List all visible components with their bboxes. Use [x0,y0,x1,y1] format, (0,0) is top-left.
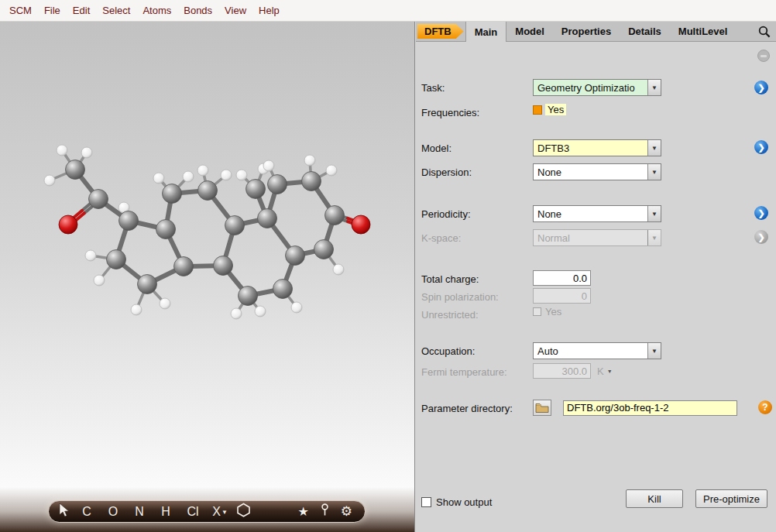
tab-details[interactable]: Details [620,22,670,41]
search-icon [758,26,771,38]
kspace-detail-button: ❯ [754,230,768,244]
occupation-dropdown-icon[interactable]: ▼ [647,343,661,359]
occupation-label: Occupation: [421,345,475,357]
frequencies-yes-label: Yes [545,104,566,115]
model-select[interactable]: DFTB3 ▼ [533,139,661,156]
tab-model[interactable]: Model [506,22,553,41]
settings-panel: DFTB Main Model Properties Details Multi… [416,22,776,532]
periodicity-row: Periodicity: None ▼ [421,204,776,223]
model-dropdown-icon[interactable]: ▼ [647,140,661,156]
kspace-label: K-space: [421,232,461,244]
total-charge-row: Total charge: [421,269,776,288]
select-tool-button[interactable] [58,503,69,520]
model-detail-button[interactable]: ❯ [754,140,768,154]
hydrogen-atoms[interactable] [44,145,344,319]
element-n-button[interactable]: N [126,505,153,519]
menu-item-help[interactable]: Help [252,5,286,16]
menu-item-scm[interactable]: SCM [3,5,38,16]
hexagon-icon [236,503,251,517]
task-label: Task: [421,82,445,94]
element-h-button[interactable]: H [153,505,179,519]
dispersion-value: None [534,164,647,180]
element-x-label: X [212,505,221,518]
menu-item-view[interactable]: View [218,5,252,16]
parameter-directory-input[interactable] [563,400,737,416]
menu-item-bonds[interactable]: Bonds [177,5,218,16]
element-cl-button[interactable]: Cl [179,505,207,519]
menu-item-file[interactable]: File [38,5,67,16]
model-value: DFTB3 [534,140,647,156]
ring-tool-button[interactable] [236,503,251,520]
fermi-unit-label: K [597,366,604,377]
parameter-directory-label: Parameter directory: [421,403,513,414]
parameter-directory-row: Parameter directory: [421,399,776,417]
dispersion-dropdown-icon[interactable]: ▼ [647,164,661,180]
kspace-select: Normal ▼ [533,229,661,246]
tab-multilevel[interactable]: MultiLevel [670,22,737,41]
fermi-unit-dropdown-icon: ▼ [607,369,613,374]
task-select[interactable]: Geometry Optimizatio ▼ [533,79,661,96]
task-value: Geometry Optimizatio [534,80,647,95]
toolbar-right-icons [297,503,352,520]
model-row: Model: DFTB3 ▼ [421,139,776,157]
periodicity-value: None [534,206,647,221]
menu-item-atoms[interactable]: Atoms [136,5,177,16]
task-detail-button[interactable]: ❯ [754,81,768,94]
fermi-temperature-label: Fermi temperature: [421,366,507,378]
oxygen-atoms[interactable] [59,215,370,234]
element-c-button[interactable]: C [74,505,100,519]
menu-item-select[interactable]: Select [96,5,136,16]
hydrogen-bond-lines [50,150,338,314]
gear-icon[interactable] [341,503,352,520]
menu-item-edit[interactable]: Edit [67,5,96,16]
kspace-dropdown-icon: ▼ [647,230,661,245]
total-charge-input[interactable] [533,270,591,286]
spin-polarization-label: Spin polarization: [421,291,499,303]
periodicity-detail-button[interactable]: ❯ [754,206,768,220]
pin-tool-icon[interactable] [321,503,329,520]
preoptimize-button[interactable]: Pre-optimize [695,489,767,508]
fermi-temperature-row: Fermi temperature: K ▼ [421,362,776,381]
spin-polarization-row: Spin polarization: [421,287,776,306]
occupation-row: Occupation: Auto ▼ [421,342,776,360]
task-dropdown-icon[interactable]: ▼ [647,80,661,95]
spin-polarization-input [533,288,591,304]
tab-properties[interactable]: Properties [553,22,620,41]
molecule-model[interactable] [0,22,415,532]
kill-button[interactable]: Kill [626,489,683,508]
periodicity-select[interactable]: None ▼ [533,205,661,222]
fermi-temperature-input [533,363,591,379]
unrestricted-label: Unrestricted: [421,309,479,321]
tab-bar: DFTB Main Model Properties Details Multi… [416,22,776,42]
frequencies-label: Frequencies: [421,107,479,118]
element-o-button[interactable]: O [100,505,126,519]
folder-icon [535,402,549,414]
show-output-checkbox[interactable] [421,497,431,507]
total-charge-label: Total charge: [421,273,479,285]
dispersion-select[interactable]: None ▼ [533,163,661,180]
show-output-label: Show output [436,496,492,508]
occupation-select[interactable]: Auto ▼ [533,342,661,359]
help-button[interactable]: ? [758,400,772,414]
periodicity-label: Periodicity: [421,208,471,220]
frequencies-row: Frequencies: Yes [421,103,776,122]
tab-main[interactable]: Main [465,22,507,42]
occupation-value: Auto [534,343,647,359]
structures-tool-icon[interactable] [297,504,308,519]
task-row: Task: Geometry Optimizatio ▼ [421,78,776,97]
dispersion-label: Dispersion: [421,166,472,178]
carbon-atoms[interactable] [66,160,345,306]
browse-folder-button[interactable] [533,400,551,416]
molecule-viewer[interactable]: C O N H Cl X▼ [0,22,415,532]
unrestricted-yes-label: Yes [545,306,561,317]
cursor-icon [58,503,69,517]
periodicity-dropdown-icon[interactable]: ▼ [647,206,661,221]
panel-menu-icon[interactable] [757,50,770,62]
dispersion-row: Dispersion: None ▼ [421,163,776,181]
frequencies-checkbox[interactable] [533,105,542,115]
element-x-button[interactable]: X▼ [207,505,233,519]
kspace-row: K-space: Normal ▼ [421,228,776,247]
search-button[interactable] [758,22,776,41]
tab-dftb[interactable]: DFTB [417,24,464,39]
menu-bar: SCM File Edit Select Atoms Bonds View He… [0,0,776,22]
